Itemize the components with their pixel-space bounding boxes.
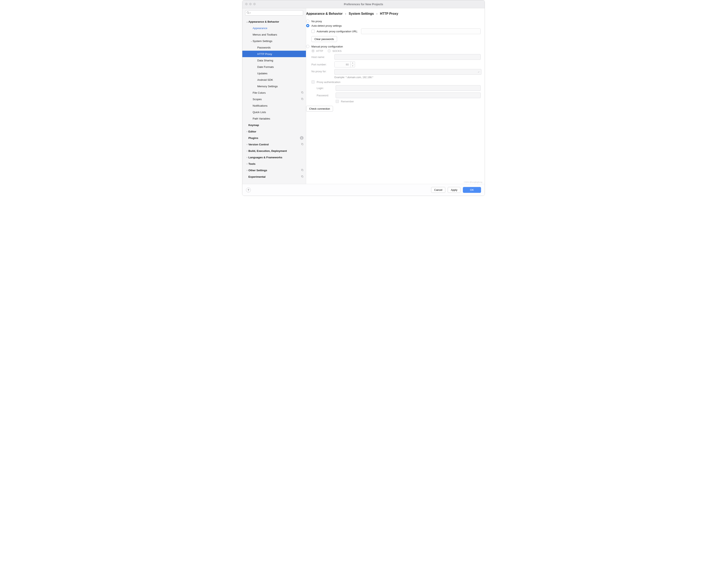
sidebar-item-data-sharing[interactable]: ›Data Sharing [242,57,306,64]
check-connection-button[interactable]: Check connection [306,106,333,112]
sidebar-item-updates[interactable]: ›Updates [242,70,306,77]
sidebar-item-label: Quick Lists [253,111,304,114]
chevron-right-icon: › [246,169,248,171]
auto-detect-label: Auto-detect proxy settings [311,24,342,27]
sidebar-item-notifications[interactable]: ›Notifications [242,102,306,109]
sidebar-item-experimental[interactable]: ›Experimental [242,173,306,180]
host-name-input [334,54,481,60]
sidebar-item-other-settings[interactable]: ›Other Settings [242,167,306,173]
search-history-dropdown-icon[interactable]: ▾ [250,12,251,14]
sidebar-item-memory-settings[interactable]: ›Memory Settings [242,83,306,89]
radio-disabled-icon [328,49,331,52]
port-number-label: Port number: [311,63,332,66]
sidebar-item-keymap[interactable]: ›Keymap [242,122,306,128]
copy-profile-icon [301,169,304,172]
chevron-right-icon: › [345,12,346,15]
apply-button[interactable]: Apply [448,187,460,193]
sidebar-item-plugins[interactable]: ›Plugins1 [242,135,306,141]
chevron-down-icon: ⌄ [250,40,253,42]
sidebar-item-label: HTTP Proxy [257,52,304,56]
svg-rect-5 [302,99,303,100]
sidebar-item-editor[interactable]: ›Editor [242,128,306,135]
sidebar-item-appearance-behavior[interactable]: ⌄Appearance & Behavior [242,18,306,25]
ok-button[interactable]: OK [463,187,481,193]
chevron-down-icon: ⌄ [246,20,248,23]
sidebar: ▾ ⌄Appearance & Behavior›Appearance›Menu… [242,8,306,184]
sidebar-item-label: Plugins [248,136,299,140]
chevron-right-icon: › [246,130,248,133]
breadcrumb-root[interactable]: Appearance & Behavior [306,12,343,15]
sidebar-item-passwords[interactable]: ›Passwords [242,44,306,51]
cancel-button[interactable]: Cancel [431,187,445,193]
proxy-auth-label: Proxy authentication [317,81,340,84]
chevron-right-icon: › [246,143,248,146]
socks-radio: SOCKS [328,49,342,52]
search-icon [247,11,249,15]
sidebar-item-label: Date Formats [257,65,304,68]
help-button[interactable]: ? [246,188,251,192]
sidebar-item-menus-and-toolbars[interactable]: ›Menus and Toolbars [242,31,306,38]
sidebar-item-label: Menus and Toolbars [253,33,304,36]
search-field[interactable] [251,12,302,15]
svg-rect-3 [302,92,303,93]
sidebar-item-build-execution-deployment[interactable]: ›Build, Execution, Deployment [242,148,306,154]
password-label: Password: [317,94,333,97]
auto-config-url-row[interactable]: Automatic proxy configuration URL: [311,28,481,34]
clear-passwords-button[interactable]: Clear passwords [311,36,337,42]
auto-detect-option[interactable]: Auto-detect proxy settings [306,24,481,27]
sidebar-item-tools[interactable]: ›Tools [242,161,306,167]
port-number-input [334,61,351,67]
breadcrumb-mid[interactable]: System Settings [349,12,374,15]
radio-icon [306,45,309,48]
close-button[interactable] [245,3,248,5]
sidebar-item-label: Build, Execution, Deployment [248,149,304,152]
login-input [336,85,481,91]
search-input[interactable]: ▾ [245,10,303,16]
sidebar-item-version-control[interactable]: ›Version Control [242,141,306,148]
sidebar-item-label: Passwords [257,46,304,49]
settings-tree[interactable]: ⌄Appearance & Behavior›Appearance›Menus … [242,18,306,184]
minimize-button[interactable] [249,3,252,5]
no-proxy-label: No proxy [311,20,322,23]
http-radio: HTTP [311,49,323,52]
preferences-window: Preferences for New Projects ▾ ⌄Appearan… [242,0,485,196]
sidebar-item-languages-frameworks[interactable]: ›Languages & Frameworks [242,154,306,161]
titlebar: Preferences for New Projects [242,0,485,8]
remember-checkbox: Remember [336,100,481,103]
settings-panel: Appearance & Behavior › System Settings … [306,8,485,184]
sidebar-item-label: Version Control [248,143,301,146]
no-proxy-option[interactable]: No proxy [306,20,481,23]
sidebar-item-file-colors[interactable]: ›File Colors [242,89,306,96]
sidebar-item-http-proxy[interactable]: ›HTTP Proxy [242,51,306,57]
copy-profile-icon [301,91,304,94]
sidebar-item-date-formats[interactable]: ›Date Formats [242,64,306,70]
sidebar-item-path-variables[interactable]: ›Path Variables [242,115,306,122]
checkbox-icon[interactable] [311,30,315,33]
sidebar-item-label: Memory Settings [257,85,304,88]
window-title: Preferences for New Projects [242,3,485,6]
radio-checked-icon [306,24,309,27]
sidebar-item-system-settings[interactable]: ⌄System Settings [242,38,306,44]
sidebar-item-scopes[interactable]: ›Scopes [242,96,306,102]
auto-config-url-input[interactable] [361,28,481,34]
sidebar-item-label: Other Settings [248,169,301,172]
watermark: CSDN @bunglinghung [464,181,482,183]
radio-disabled-icon [311,49,315,52]
password-input [336,92,481,98]
port-stepper: ▲ ▼ [351,61,355,67]
chevron-right-icon: › [376,12,377,15]
chevron-right-icon: › [246,150,248,152]
stepper-down-icon: ▼ [351,65,355,67]
copy-profile-icon [301,175,304,178]
copy-profile-icon [301,98,304,101]
remember-label: Remember [341,100,354,103]
sidebar-item-appearance[interactable]: ›Appearance [242,25,306,31]
zoom-button[interactable] [253,3,256,5]
sidebar-item-label: Updates [257,72,304,75]
breadcrumb: Appearance & Behavior › System Settings … [306,12,481,18]
manual-proxy-label: Manual proxy configuration [311,45,343,48]
dialog-footer: ? Cancel Apply OK [242,184,485,196]
manual-proxy-option[interactable]: Manual proxy configuration [306,45,481,48]
sidebar-item-quick-lists[interactable]: ›Quick Lists [242,109,306,115]
sidebar-item-android-sdk[interactable]: ›Android SDK [242,77,306,83]
